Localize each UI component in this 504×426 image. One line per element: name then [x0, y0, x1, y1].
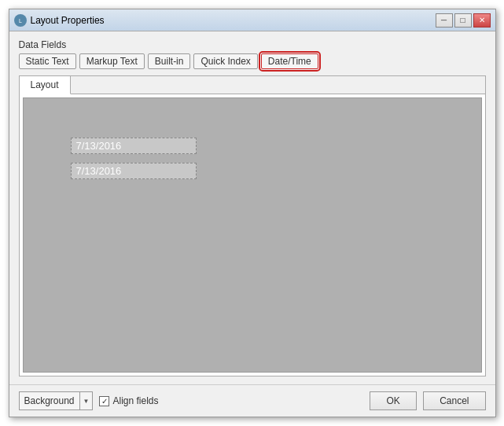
window-body: Data Fields Static Text Markup Text Buil…: [9, 31, 495, 384]
window-icon: L: [14, 14, 27, 27]
window-controls: ─ □ ✕: [436, 13, 491, 28]
window-footer: Background ▼ ✓ Align fields OK Cancel: [9, 384, 495, 417]
tab-bar: Layout: [20, 76, 485, 94]
align-fields-row: ✓ Align fields: [99, 395, 158, 406]
layout-tab[interactable]: Layout: [20, 76, 71, 94]
markup-text-button[interactable]: Markup Text: [79, 53, 145, 69]
data-fields-buttons-row: Static Text Markup Text Built-in Quick I…: [19, 53, 486, 69]
maximize-button[interactable]: □: [454, 13, 472, 28]
data-fields-label: Data Fields: [19, 39, 486, 50]
background-dropdown-arrow: ▼: [79, 392, 93, 409]
background-button[interactable]: Background ▼: [19, 391, 94, 410]
ok-button[interactable]: OK: [370, 391, 417, 410]
data-fields-section: Data Fields Static Text Markup Text Buil…: [19, 39, 486, 69]
svg-text:L: L: [19, 18, 22, 24]
quick-index-button[interactable]: Quick Index: [193, 53, 257, 69]
cancel-button[interactable]: Cancel: [423, 391, 485, 410]
built-in-button[interactable]: Built-in: [148, 53, 191, 69]
window-title: Layout Properties: [31, 15, 436, 26]
background-button-label: Background: [20, 395, 79, 406]
layout-properties-window: L Layout Properties ─ □ ✕ Data Fields St…: [9, 9, 496, 417]
align-fields-checkbox[interactable]: ✓: [99, 396, 109, 406]
date-time-button[interactable]: Date/Time: [261, 53, 318, 69]
close-button[interactable]: ✕: [473, 13, 491, 28]
static-text-button[interactable]: Static Text: [19, 53, 76, 69]
layout-tab-container: Layout 7/13/2016 7/13/2016: [19, 75, 486, 376]
align-fields-label: Align fields: [112, 395, 158, 406]
title-bar: L Layout Properties ─ □ ✕: [9, 9, 495, 31]
layout-canvas: 7/13/2016 7/13/2016: [23, 97, 482, 373]
date-field-1[interactable]: 7/13/2016: [71, 138, 197, 154]
date-field-2[interactable]: 7/13/2016: [71, 163, 197, 179]
minimize-button[interactable]: ─: [436, 13, 453, 28]
